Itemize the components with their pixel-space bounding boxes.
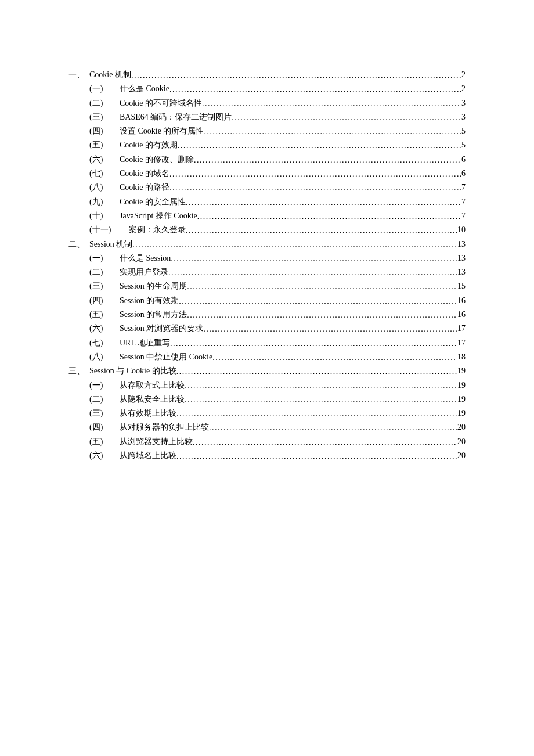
toc-leader-dots xyxy=(169,181,461,195)
toc-leader-dots xyxy=(176,407,457,421)
toc-leader-dots xyxy=(176,365,457,379)
toc-marker: (二) xyxy=(89,96,120,110)
toc-page-number: 13 xyxy=(457,237,466,251)
toc-leader-dots xyxy=(187,308,457,322)
toc-marker: (七) xyxy=(89,336,120,350)
toc-entry: (三)从有效期上比较19 xyxy=(68,406,466,420)
toc-leader-dots xyxy=(202,97,461,111)
toc-marker: (四) xyxy=(89,294,120,308)
toc-title: Session 的常用方法 xyxy=(120,308,187,322)
toc-page-number: 15 xyxy=(457,279,466,293)
toc-entry: (一)什么是 Session13 xyxy=(68,251,466,265)
toc-marker: 一、 xyxy=(68,68,89,82)
toc-page-number: 17 xyxy=(457,336,466,350)
toc-title: Cookie 的路径 xyxy=(120,181,169,195)
toc-title: 从存取方式上比较 xyxy=(120,379,185,393)
toc-leader-dots xyxy=(185,379,457,393)
toc-title: 从跨域名上比较 xyxy=(120,449,176,463)
toc-title: URL 地址重写 xyxy=(120,336,170,350)
toc-marker: (五) xyxy=(89,138,120,152)
toc-title: 什么是 Session xyxy=(120,251,171,265)
toc-title: Session 的生命周期 xyxy=(120,279,187,293)
toc-marker: (一) xyxy=(89,82,120,96)
toc-title: 案例：永久登录 xyxy=(129,223,186,237)
toc-entry: (十)JavaScript 操作 Cookie7 xyxy=(68,209,466,223)
toc-page-number: 6 xyxy=(461,153,466,167)
toc-leader-dots xyxy=(186,224,457,237)
toc-entry: (一)什么是 Cookie2 xyxy=(68,82,466,96)
toc-leader-dots xyxy=(203,322,457,336)
toc-page-number: 19 xyxy=(457,364,466,378)
toc-entry: (三)Session 的生命周期15 xyxy=(68,279,466,293)
toc-entry: 三、Session 与 Cookie 的比较19 xyxy=(68,364,466,378)
toc-leader-dots xyxy=(186,196,461,210)
toc-title: Session 与 Cookie 的比较 xyxy=(89,364,176,378)
toc-title: 从对服务器的负担上比较 xyxy=(120,420,209,434)
toc-marker: (六) xyxy=(89,322,120,336)
toc-page-number: 6 xyxy=(461,167,466,181)
toc-marker: (一) xyxy=(89,251,120,265)
toc-entry: 二、Session 机制13 xyxy=(68,237,466,251)
toc-entry: (七)URL 地址重写17 xyxy=(68,336,466,350)
toc-marker: (七) xyxy=(89,167,120,181)
toc-marker: (六) xyxy=(89,449,120,463)
toc-title: BASE64 编码：保存二进制图片 xyxy=(120,110,232,124)
toc-marker: (八) xyxy=(89,350,120,364)
toc-marker: (二) xyxy=(89,393,120,406)
toc-entry: (二)实现用户登录13 xyxy=(68,265,466,279)
toc-page-number: 20 xyxy=(457,435,466,449)
toc-page-number: 16 xyxy=(457,308,466,322)
toc-title: 从隐私安全上比较 xyxy=(120,393,185,406)
toc-page-number: 5 xyxy=(461,138,466,152)
toc-title: Session 机制 xyxy=(89,237,132,251)
toc-leader-dots xyxy=(170,337,457,351)
toc-marker: (十) xyxy=(89,209,120,223)
toc-leader-dots xyxy=(204,125,461,139)
toc-page-number: 3 xyxy=(461,110,466,124)
toc-marker: 三、 xyxy=(68,364,89,378)
toc-page-number: 10 xyxy=(457,223,466,237)
toc-entry: (三)BASE64 编码：保存二进制图片3 xyxy=(68,110,466,124)
toc-page-number: 19 xyxy=(457,379,466,393)
toc-title: Session 的有效期 xyxy=(120,294,179,308)
toc-entry: (九)Cookie 的安全属性7 xyxy=(68,195,466,209)
toc-page-number: 13 xyxy=(457,251,466,265)
toc-page-number: 19 xyxy=(457,393,466,406)
toc-page-number: 18 xyxy=(457,350,466,364)
toc-entry: (八)Cookie 的路径7 xyxy=(68,181,466,195)
toc-page-number: 7 xyxy=(461,181,466,195)
toc-leader-dots xyxy=(169,82,461,96)
toc-marker: 二、 xyxy=(68,237,89,251)
toc-marker: (五) xyxy=(89,308,120,322)
toc-title: 从浏览器支持上比较 xyxy=(120,435,193,449)
toc-title: Cookie 的有效期 xyxy=(120,138,178,152)
toc-entry: (六)Cookie 的修改、删除6 xyxy=(68,153,466,167)
toc-entry: (四)从对服务器的负担上比较20 xyxy=(68,420,466,434)
toc-marker: (六) xyxy=(89,153,120,167)
toc-entry: (二)从隐私安全上比较19 xyxy=(68,393,466,406)
toc-title: Session 中禁止使用 Cookie xyxy=(120,350,212,364)
toc-leader-dots xyxy=(131,69,461,82)
toc-title: 从有效期上比较 xyxy=(120,406,176,420)
toc-leader-dots xyxy=(185,393,457,407)
toc-entry: 一、Cookie 机制2 xyxy=(68,68,466,82)
toc-entry: (二)Cookie 的不可跨域名性3 xyxy=(68,96,466,110)
table-of-contents: 一、Cookie 机制2(一)什么是 Cookie2(二)Cookie 的不可跨… xyxy=(68,68,466,463)
toc-entry: (一)从存取方式上比较19 xyxy=(68,379,466,393)
toc-marker: (三) xyxy=(89,406,120,420)
toc-title: Cookie 的不可跨域名性 xyxy=(120,96,202,110)
toc-leader-dots xyxy=(132,238,457,252)
toc-entry: (六)Session 对浏览器的要求17 xyxy=(68,322,466,336)
toc-leader-dots xyxy=(209,421,457,435)
toc-marker: (十一) xyxy=(89,223,129,237)
toc-page-number: 3 xyxy=(461,96,466,110)
toc-leader-dots xyxy=(194,153,461,167)
toc-title: 设置 Cookie 的所有属性 xyxy=(120,124,204,138)
toc-leader-dots xyxy=(168,266,457,280)
toc-page-number: 2 xyxy=(461,68,466,82)
toc-page-number: 2 xyxy=(461,82,466,96)
toc-entry: (七)Cookie 的域名6 xyxy=(68,167,466,181)
toc-page-number: 7 xyxy=(461,195,466,209)
toc-title: 实现用户登录 xyxy=(120,265,168,279)
toc-title: Session 对浏览器的要求 xyxy=(120,322,203,336)
